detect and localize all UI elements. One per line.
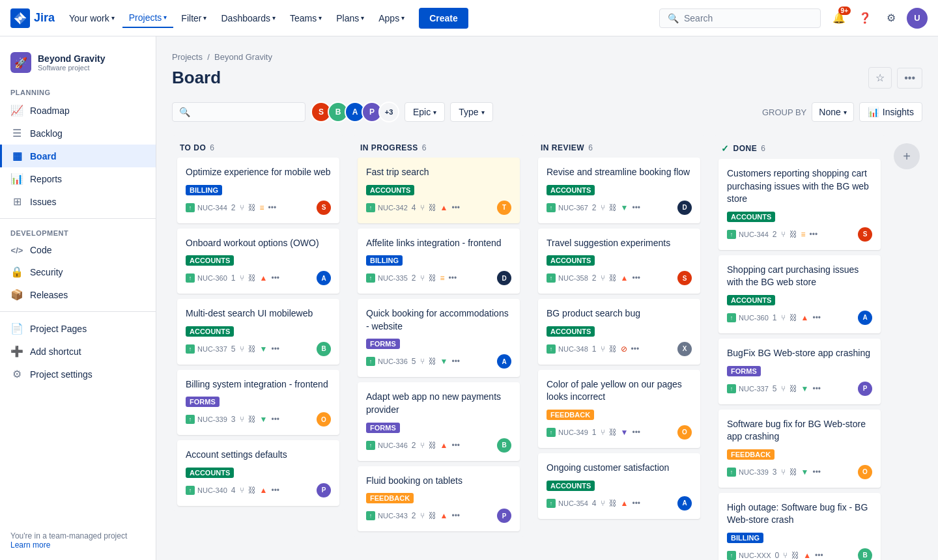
more-icon[interactable]: ••• [271,344,279,354]
board-card[interactable]: BG product search bug ACCOUNTS ↑ NUC-348… [538,299,700,365]
board-search[interactable]: 🔍 [172,102,306,122]
board-card[interactable]: Billing system integration - frontend FO… [177,370,339,436]
more-actions-button[interactable]: ••• [897,68,922,89]
board-card[interactable]: Software bug fix for BG Web-store app cr… [718,410,881,488]
type-filter[interactable]: Type ▾ [450,102,492,122]
plans-nav[interactable]: Plans ▾ [330,9,371,27]
apps-nav[interactable]: Apps ▾ [372,9,411,27]
teams-nav[interactable]: Teams ▾ [283,9,328,27]
avatar-more[interactable]: +3 [378,102,399,122]
card-assignee-avatar: B [497,438,511,453]
sidebar-item-releases[interactable]: 📦 Releases [0,283,156,306]
more-icon[interactable]: ••• [449,273,457,283]
more-icon[interactable]: ••• [271,415,279,424]
more-icon[interactable]: ••• [451,203,460,212]
star-button[interactable]: ☆ [868,67,892,89]
group-by-select[interactable]: None ▾ [812,102,853,122]
column-header: ✓ DONE 6 [713,135,886,159]
jira-logo[interactable]: Jira [10,8,55,28]
card-meta: ↑ NUC-337 5 ⑂ ⛓ ▼ ••• B [186,342,331,356]
insights-button[interactable]: 📊 Insights [859,102,922,122]
board-card[interactable]: Optimize experience for mobile web BILLI… [177,158,339,223]
column-todo: TO DO 6 Optimize experience for mobile w… [172,135,345,511]
more-icon[interactable]: ••• [812,468,821,477]
filter-nav[interactable]: Filter ▾ [175,9,213,27]
board-card[interactable]: Multi-dest search UI mobileweb ACCOUNTS … [177,299,339,365]
priority-icon: ▼ [440,357,448,366]
more-icon[interactable]: ••• [631,344,640,354]
more-icon[interactable]: ••• [271,486,279,495]
more-icon[interactable]: ••• [271,273,279,283]
sidebar-item-add-shortcut[interactable]: ➕ Add shortcut [0,340,156,363]
card-story-count: 1 [592,344,597,354]
board-card[interactable]: Ongoing customer satisfaction ACCOUNTS ↑… [538,453,700,519]
more-icon[interactable]: ••• [451,357,460,366]
more-icon[interactable]: ••• [812,313,821,322]
sidebar-item-security[interactable]: 🔒 Security [0,260,156,283]
sidebar-item-issues[interactable]: ⊞ Issues [0,190,156,213]
search-bar[interactable]: 🔍 Search [659,8,821,28]
sidebar-item-project-pages[interactable]: 📄 Project Pages [0,317,156,340]
help-button[interactable]: ❓ [855,8,875,29]
breadcrumb-project[interactable]: Beyond Gravity [214,52,272,62]
more-icon[interactable]: ••• [632,203,640,212]
board-card[interactable]: High outage: Software bug fix - BG Web-s… [718,493,881,560]
issue-icon: ↑ [186,415,195,424]
add-column-button[interactable]: + [894,143,920,169]
board-card[interactable]: Travel suggestion experiments ACCOUNTS ↑… [538,229,700,294]
more-icon[interactable]: ••• [815,551,823,560]
card-title: Revise and streamline booking flow [547,166,692,179]
board-card[interactable]: Shopping cart purchasing issues with the… [718,255,881,333]
epic-filter[interactable]: Epic ▾ [405,102,445,122]
user-avatar[interactable]: U [907,8,928,29]
sidebar-item-project-settings[interactable]: ⚙ Project settings [0,363,156,385]
your-work-nav[interactable]: Your work ▾ [63,9,121,27]
board-search-input[interactable] [194,107,298,117]
card-story-count: 2 [412,273,416,283]
link-icon: ⛓ [609,499,617,508]
card-story-count: 4 [412,203,416,212]
projects-nav[interactable]: Projects ▾ [122,8,174,28]
board-card[interactable]: Quick booking for accommodations - websi… [358,299,520,377]
dashboards-nav[interactable]: Dashboards ▾ [214,9,282,27]
sidebar-item-reports[interactable]: 📊 Reports [0,167,156,190]
more-icon[interactable]: ••• [451,441,460,450]
sidebar-item-board[interactable]: ▦ Board [0,145,156,167]
settings-button[interactable]: ⚙ [881,8,902,29]
sidebar-item-code[interactable]: </> Code [0,240,156,260]
create-button[interactable]: Create [419,8,468,29]
card-id: ↑ NUC-348 [547,344,588,354]
project-header: 🚀 Beyond Gravity Software project [0,47,156,83]
board-card[interactable]: BugFix BG Web-store app crashing FORMS ↑… [718,339,881,404]
more-icon[interactable]: ••• [810,230,818,239]
board-card[interactable]: Fluid booking on tablets FEEDBACK ↑ NUC-… [358,466,520,532]
board-card[interactable]: Color of pale yellow on our pages looks … [538,370,700,448]
sidebar-item-roadmap[interactable]: 📈 Roadmap [0,99,156,122]
more-icon[interactable]: ••• [632,499,640,508]
branch-icon: ⑂ [783,551,788,560]
more-icon[interactable]: ••• [451,511,460,520]
card-title: High outage: Software bug fix - BG Web-s… [727,501,872,527]
more-icon[interactable]: ••• [632,273,640,283]
branch-icon: ⑂ [781,468,786,477]
more-icon[interactable]: ••• [812,384,821,393]
board-card[interactable]: Onboard workout options (OWO) ACCOUNTS ↑… [177,229,339,294]
column-count: 6 [761,144,765,153]
board-card[interactable]: Revise and streamline booking flow ACCOU… [538,158,700,223]
learn-more-link[interactable]: Learn more [10,540,50,550]
board-card[interactable]: Customers reporting shopping cart purcha… [718,159,881,250]
sidebar-item-backlog[interactable]: ☰ Backlog [0,122,156,145]
board-card[interactable]: Affelite links integration - frontend BI… [358,229,520,294]
more-icon[interactable]: ••• [632,428,640,437]
column-cards-inreview: Revise and streamline booking flow ACCOU… [533,158,705,524]
card-title: BugFix BG Web-store app crashing [727,347,872,360]
breadcrumb-projects[interactable]: Projects [172,52,203,62]
card-tag: ACCOUNTS [186,326,234,337]
board-card[interactable]: Adapt web app no new payments provider F… [358,382,520,460]
notifications-button[interactable]: 🔔 9+ [829,8,849,29]
priority-icon: ▲ [260,486,268,495]
more-icon[interactable]: ••• [268,203,277,212]
board-card[interactable]: Account settings defaults ACCOUNTS ↑ NUC… [177,440,339,506]
board-card[interactable]: Fast trip search ACCOUNTS ↑ NUC-342 4 ⑂ … [358,158,520,223]
card-id: ↑ NUC-344 [186,203,227,212]
